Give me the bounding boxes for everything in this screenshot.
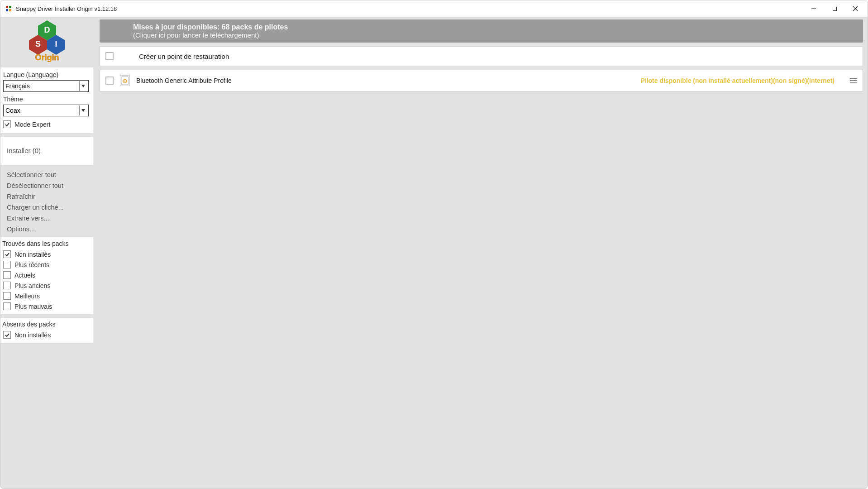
- found-in-packs-panel: Trouvés dans les packs Non installés Plu…: [0, 237, 93, 314]
- window-title: Snappy Driver Installer Origin v1.12.18: [16, 5, 117, 12]
- filter-not-installed-checkbox[interactable]: [3, 250, 11, 258]
- install-button[interactable]: Installer (0): [0, 137, 93, 165]
- main-content: Mises à jour disponibles: 68 packs de pi…: [93, 17, 868, 489]
- filter-better-row[interactable]: Meilleurs: [2, 291, 91, 301]
- svg-rect-2: [6, 9, 8, 11]
- restore-point-label: Créer un point de restauration: [139, 53, 857, 60]
- filter-older-checkbox[interactable]: [3, 282, 11, 289]
- chevron-down-icon: [79, 105, 86, 115]
- driver-menu-icon[interactable]: [850, 78, 857, 83]
- sidebar: D S I Origin Langue (Language) Français …: [0, 17, 93, 489]
- filter-not-installed-row[interactable]: Non installés: [2, 249, 91, 259]
- filter-newer-checkbox[interactable]: [3, 261, 11, 268]
- language-value: Français: [5, 82, 30, 90]
- updates-banner-line1: Mises à jour disponibles: 68 packs de pi…: [133, 23, 857, 31]
- filter-current-row[interactable]: Actuels: [2, 270, 91, 280]
- missing-not-installed-checkbox[interactable]: [3, 331, 11, 339]
- found-in-packs-title: Trouvés dans les packs: [2, 240, 91, 249]
- svg-text:D: D: [44, 25, 50, 34]
- filter-older-row[interactable]: Plus anciens: [2, 280, 91, 291]
- svg-rect-1: [9, 6, 11, 8]
- app-icon: [5, 5, 12, 12]
- language-select[interactable]: Français: [3, 80, 89, 92]
- svg-text:S: S: [35, 39, 40, 48]
- theme-label: Thème: [2, 95, 91, 104]
- logo-wrap: D S I Origin: [0, 19, 93, 67]
- filter-newer-label: Plus récents: [14, 261, 49, 268]
- titlebar: Snappy Driver Installer Origin v1.12.18: [0, 0, 868, 17]
- expert-mode-label: Mode Expert: [14, 121, 50, 128]
- filter-older-label: Plus anciens: [14, 282, 50, 289]
- filter-worse-row[interactable]: Plus mauvais: [2, 301, 91, 312]
- driver-checkbox[interactable]: [105, 77, 114, 85]
- filter-not-installed-label: Non installés: [14, 251, 51, 258]
- expert-mode-checkbox[interactable]: [3, 120, 11, 128]
- svg-text:Origin: Origin: [35, 53, 59, 62]
- svg-marker-15: [81, 85, 85, 87]
- restore-point-checkbox[interactable]: [105, 52, 114, 60]
- maximize-button[interactable]: [824, 1, 845, 16]
- expert-mode-row[interactable]: Mode Expert: [2, 119, 91, 129]
- filter-newer-row[interactable]: Plus récents: [2, 259, 91, 270]
- settings-panel: Langue (Language) Français Thème Coax Mo…: [0, 67, 93, 133]
- install-label: Installer (0): [7, 147, 41, 154]
- chevron-down-icon: [79, 81, 86, 91]
- svg-point-19: [124, 81, 126, 82]
- theme-value: Coax: [5, 107, 20, 114]
- filter-current-checkbox[interactable]: [3, 271, 11, 279]
- deselect-all-action[interactable]: Désélectionner tout: [0, 180, 93, 191]
- driver-status: Pilote disponible (non installé actuelle…: [640, 77, 835, 84]
- extract-to-action[interactable]: Extraire vers...: [0, 213, 93, 224]
- svg-rect-3: [9, 9, 11, 11]
- missing-in-packs-panel: Absents des packs Non installés: [0, 318, 93, 343]
- driver-icon: [120, 75, 130, 86]
- missing-not-installed-label: Non installés: [14, 331, 51, 339]
- filter-better-checkbox[interactable]: [3, 292, 11, 300]
- app-body: D S I Origin Langue (Language) Français …: [0, 17, 868, 489]
- svg-marker-16: [81, 109, 85, 112]
- load-snapshot-action[interactable]: Charger un cliché...: [0, 202, 93, 213]
- svg-rect-5: [833, 7, 836, 10]
- updates-banner[interactable]: Mises à jour disponibles: 68 packs de pi…: [100, 19, 863, 43]
- refresh-action[interactable]: Rafraîchir: [0, 191, 93, 202]
- close-button[interactable]: [845, 1, 866, 16]
- driver-row[interactable]: Bluetooth Generic Attribute Profile Pilo…: [100, 70, 863, 91]
- svg-rect-0: [6, 6, 8, 8]
- filter-current-label: Actuels: [14, 272, 35, 279]
- app-logo: D S I Origin: [29, 20, 65, 62]
- updates-banner-line2: (Cliquer ici pour lancer le téléchargeme…: [133, 31, 857, 39]
- missing-not-installed-row[interactable]: Non installés: [2, 330, 91, 340]
- options-action[interactable]: Options...: [0, 224, 93, 235]
- minimize-button[interactable]: [803, 1, 824, 16]
- select-all-action[interactable]: Sélectionner tout: [0, 169, 93, 180]
- missing-in-packs-title: Absents des packs: [2, 321, 91, 330]
- driver-name: Bluetooth Generic Attribute Profile: [136, 77, 232, 84]
- filter-better-label: Meilleurs: [14, 292, 40, 300]
- filter-worse-checkbox[interactable]: [3, 302, 11, 310]
- svg-text:I: I: [55, 39, 57, 48]
- action-list: Sélectionner tout Désélectionner tout Ra…: [0, 168, 93, 237]
- language-label: Langue (Language): [2, 70, 91, 79]
- restore-point-row[interactable]: Créer un point de restauration: [100, 46, 863, 66]
- filter-worse-label: Plus mauvais: [14, 303, 52, 310]
- theme-select[interactable]: Coax: [3, 105, 89, 116]
